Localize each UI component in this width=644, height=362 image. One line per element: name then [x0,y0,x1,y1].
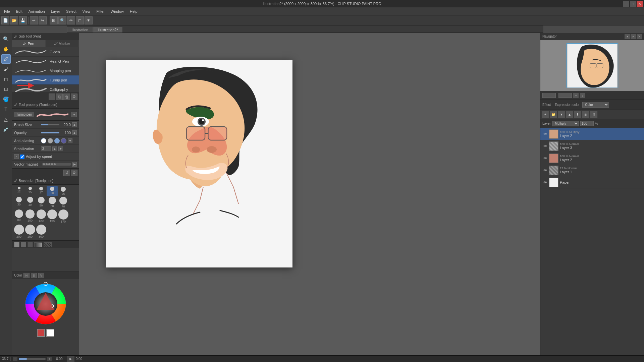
brush-70[interactable]: 70 [58,196,69,209]
layer-opacity-input[interactable] [580,121,594,126]
menu-select[interactable]: Select [63,9,79,14]
timeline-button[interactable]: ▶ [67,356,74,362]
brush-150[interactable]: 150 [47,209,58,224]
val-mode[interactable]: V [38,273,44,278]
layer-visibility-0[interactable]: 👁 [542,131,548,137]
brush-12[interactable]: 12 [13,186,24,196]
open-button[interactable]: 📂 [10,16,18,24]
vector-expand[interactable]: ▶ [72,162,77,167]
brush-200[interactable]: 200 [13,224,24,239]
nav-close[interactable]: ✕ [637,34,642,39]
tool-shape[interactable]: △ [1,115,11,124]
aa-expand[interactable]: ▼ [68,138,72,143]
zoom-in-button[interactable]: 🔍 [58,16,66,24]
menu-window[interactable]: Window [108,9,126,14]
new-button[interactable]: 📄 [1,16,9,24]
layer-settings-button[interactable]: ⚙ [590,111,597,118]
layer-move-up[interactable]: ▲ [566,111,573,118]
tp-reset-button[interactable]: ↺ [63,170,70,176]
color-sample-2[interactable] [21,242,26,247]
stab-up[interactable]: ▲ [52,146,57,151]
layer-item-2[interactable]: 👁 100 % Normal Layer 2 [540,152,644,164]
menu-file[interactable]: File [1,9,13,14]
zoom-in-status[interactable]: + [47,357,52,361]
delete-subtool-button[interactable]: 🗑 [63,94,70,100]
close-button[interactable]: ✕ [637,1,643,7]
adjust-speed-checkbox[interactable] [20,155,24,159]
brush-80[interactable]: 80 [13,209,24,224]
navigator-thumbnail[interactable] [540,40,644,91]
tool-pen[interactable]: 🖊 [1,54,11,64]
redo-button[interactable]: ↪ [39,16,47,24]
pattern-sample[interactable] [44,242,52,247]
layer-item-4[interactable]: 👁 Paper [540,176,644,188]
settings-subtool-button[interactable]: ⚙ [71,94,77,100]
hue-mode[interactable]: H [23,273,30,278]
tab-illustration2[interactable]: Illustration2* [93,27,122,33]
gradient-sample[interactable] [34,242,42,247]
add-subtool-button[interactable]: + [49,94,55,100]
tool-hand[interactable]: ✋ [1,44,11,54]
rotation-input[interactable]: 0.0 [558,93,572,98]
brush-40[interactable]: 40 [24,196,36,209]
pen-item-mapping[interactable]: Mapping pen [12,66,79,75]
aa-btn-off[interactable] [41,138,46,143]
zoom-slider[interactable] [19,358,46,360]
minimize-button[interactable]: ─ [623,1,629,7]
tool-color-pick[interactable]: 💉 [1,125,11,134]
aa-btn-high[interactable] [61,138,66,143]
layer-item-1[interactable]: 👁 100 % Normal Layer 3 [540,140,644,152]
color-sample-1[interactable] [14,242,19,247]
save-button[interactable]: 💾 [19,16,27,24]
delete-layer-button[interactable]: 🗑 [582,111,589,118]
layer-visibility-4[interactable]: 👁 [542,180,548,185]
expand-button[interactable]: + [14,154,19,159]
layer-move-down[interactable]: ▼ [558,111,565,118]
background-color[interactable] [46,329,54,337]
tab-illustration[interactable]: Illustration [67,27,93,33]
pencil-tool[interactable]: ✏ [67,16,75,24]
menu-filter[interactable]: Filter [94,9,107,14]
brush-size-slider[interactable] [41,124,59,125]
menu-edit[interactable]: Edit [13,9,25,14]
pen-item-turnip[interactable]: Turnip pen [12,75,79,85]
menu-view[interactable]: View [80,9,93,14]
opacity-slider[interactable] [41,132,59,133]
menu-help[interactable]: Help [127,9,140,14]
brush-15[interactable]: 15 [24,186,36,196]
merge-down-button[interactable]: ⬇ [574,111,581,118]
color-wheel[interactable] [22,281,69,327]
brush-20[interactable]: 20 [47,186,58,196]
stabilization-input[interactable] [41,146,51,151]
aa-btn-low[interactable] [48,138,53,143]
brush-120[interactable]: 120 [36,209,47,224]
new-layer-button[interactable]: + [542,111,549,118]
pen-item-real-gpen[interactable]: Real G-Pen [12,57,79,66]
tool-brush[interactable]: 🖌 [1,64,11,74]
zoom-input[interactable]: 36.7 [542,93,556,98]
tool-fill[interactable]: 🪣 [1,95,11,104]
opacity-expand[interactable]: ▲ [72,130,77,135]
layer-item-3[interactable]: 👁 22 % Normal Layer 1 [540,164,644,176]
layer-visibility-3[interactable]: 👁 [542,168,548,173]
zoom-out-status[interactable]: − [13,357,17,361]
aa-btn-mid[interactable] [54,138,60,143]
zoom-fit-button[interactable]: ⊞ [50,16,58,24]
maximize-button[interactable]: □ [630,1,636,7]
tool-text[interactable]: T [1,105,11,114]
menu-layer[interactable]: Layer [48,9,63,14]
brush-250[interactable]: 250 [24,224,36,239]
expression-select[interactable]: Color [582,102,609,108]
foreground-color[interactable] [37,329,45,337]
color-sample-3[interactable] [28,242,33,247]
nav-icon2[interactable]: ▸ [631,34,636,39]
brush-30[interactable]: 30 [13,196,24,209]
eraser-tool[interactable]: ◻ [76,16,84,24]
vector-bar[interactable] [42,163,71,166]
new-folder-button[interactable]: 📁 [550,111,557,118]
layer-visibility-1[interactable]: 👁 [542,143,548,149]
nav-icon1[interactable]: ◂ [625,34,630,39]
canvas-inner[interactable] [106,60,292,267]
tool-lasso[interactable]: ⊡ [1,84,11,94]
flip-v-button[interactable]: ↕ [580,93,585,98]
